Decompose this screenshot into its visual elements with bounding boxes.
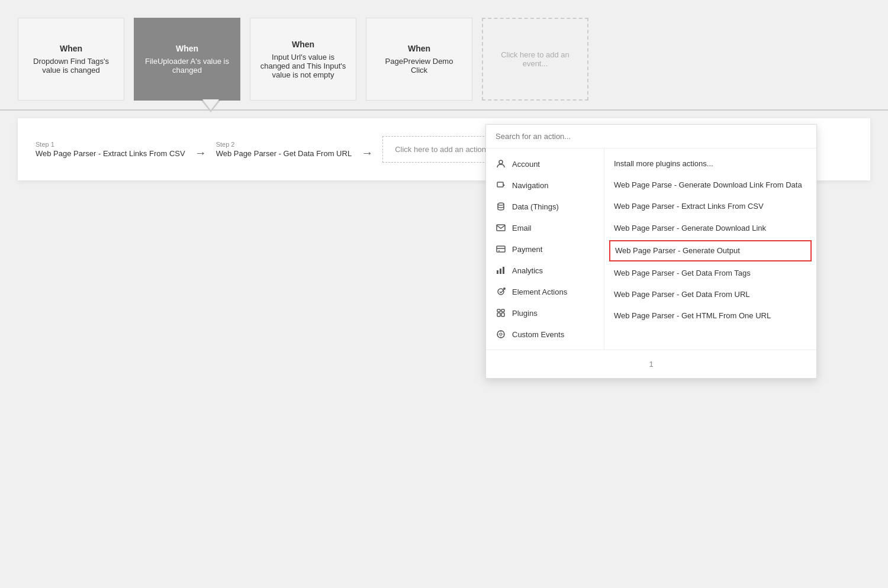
arrow-2: → [361,146,373,160]
event-title-3: When [260,40,346,49]
email-icon [496,222,506,233]
category-label-analytics: Analytics [512,266,543,275]
divider-triangle [201,101,220,112]
svg-point-0 [499,160,503,164]
event-desc-2: FileUploader A's value is changed [145,57,229,75]
action-dropdown-panel: Account Navigation [485,124,817,379]
action-item-6[interactable]: Web Page Parser - Get Data From Tags [604,263,816,284]
action-item-7[interactable]: Web Page Parser - Get Data From URL [604,284,816,305]
step-2-value: Web Page Parser - Get Data From URL [216,149,352,158]
svg-rect-9 [503,267,504,274]
category-item-analytics[interactable]: Analytics [486,260,604,281]
category-list: Account Navigation [486,148,604,350]
workflow-area: Step 1 Web Page Parser - Extract Links F… [18,118,870,180]
category-label-payment: Payment [512,245,542,254]
page-number: 1 [486,350,816,378]
svg-rect-3 [497,225,505,231]
svg-rect-7 [497,270,498,274]
divider-line [0,109,888,111]
category-item-payment[interactable]: Payment [486,238,604,260]
plugins-icon [496,308,506,318]
category-label-plugins: Plugins [512,309,538,318]
events-area: When Dropdown Find Tags's value is chang… [0,0,888,101]
category-item-data[interactable]: Data (Things) [486,196,604,217]
category-item-plugins[interactable]: Plugins [486,302,604,324]
analytics-icon [496,265,506,276]
event-desc-3: Input Url's value is changed and This In… [260,53,346,79]
event-title-2: When [144,44,230,53]
action-item-8[interactable]: Web Page Parser - Get HTML From One URL [604,305,816,327]
event-card-placeholder[interactable]: Click here to add an event... [482,18,588,101]
category-label-element-actions: Element Actions [512,287,567,296]
search-input[interactable] [496,132,807,141]
event-card-2[interactable]: When FileUploader A's value is changed [134,18,240,101]
svg-rect-15 [501,309,504,312]
category-label-navigation: Navigation [512,181,548,190]
action-label-6: Web Page Parser - Get Data From Tags [614,269,751,277]
event-card-1[interactable]: When Dropdown Find Tags's value is chang… [18,18,124,101]
svg-point-11 [503,287,506,290]
svg-rect-12 [497,313,500,316]
svg-rect-4 [497,246,505,252]
panel-body: Account Navigation [486,148,816,350]
actions-list: Install more plugins actions... Web Page… [604,148,816,350]
svg-point-17 [500,333,502,335]
category-label-email: Email [512,224,532,232]
svg-point-10 [498,289,504,295]
search-box[interactable] [486,125,816,148]
category-label-data: Data (Things) [512,202,559,211]
step-1-value: Web Page Parser - Extract Links From CSV [36,149,185,158]
svg-rect-8 [500,269,501,274]
action-label-4: Web Page Parser - Generate Download Link [614,224,766,232]
event-desc-4: PagePreview Demo Click [385,57,453,75]
add-action-label: Click here to add an action... [395,145,493,154]
arrow-1: → [195,146,207,160]
action-label-8: Web Page Parser - Get HTML From One URL [614,311,771,320]
step-2-label: Step 2 [216,141,352,148]
payment-icon [496,244,506,254]
action-item-1[interactable]: Install more plugins actions... [604,153,816,175]
svg-point-2 [498,203,504,205]
action-label-7: Web Page Parser - Get Data From URL [614,290,750,299]
svg-rect-1 [497,182,503,187]
event-card-3[interactable]: When Input Url's value is changed and Th… [250,18,356,101]
category-item-navigation[interactable]: Navigation [486,175,604,196]
category-item-email[interactable]: Email [486,217,604,238]
navigation-icon [496,180,506,190]
category-item-custom-events[interactable]: Custom Events [486,324,604,345]
event-placeholder-label: Click here to add an event... [493,50,578,68]
action-label-5: Web Page Parser - Generate Output [615,246,740,255]
event-title-4: When [376,44,462,53]
event-title-1: When [28,44,114,53]
step-1-label: Step 1 [36,141,185,148]
action-item-2[interactable]: Web Page Parse - Generate Download Link … [604,175,816,196]
step-2-block: Step 2 Web Page Parser - Get Data From U… [216,141,352,158]
action-label-2: Web Page Parse - Generate Download Link … [614,180,802,189]
action-label-3: Web Page Parser - Extract Links From CSV [614,202,764,211]
divider-area [0,101,888,118]
element-actions-icon [496,286,506,297]
category-label-custom-events: Custom Events [512,330,564,339]
data-icon [496,201,506,212]
person-icon [496,159,506,169]
category-item-element-actions[interactable]: Element Actions [486,281,604,302]
action-item-4[interactable]: Web Page Parser - Generate Download Link [604,218,816,239]
category-label-account: Account [512,160,540,169]
action-label-1: Install more plugins actions... [614,159,713,168]
action-item-5[interactable]: Web Page Parser - Generate Output [609,240,812,261]
category-item-account[interactable]: Account [486,153,604,175]
event-card-4[interactable]: When PagePreview Demo Click [366,18,472,101]
action-item-3[interactable]: Web Page Parser - Extract Links From CSV [604,196,816,217]
step-1-block: Step 1 Web Page Parser - Extract Links F… [36,141,185,158]
event-desc-1: Dropdown Find Tags's value is changed [33,57,109,75]
svg-rect-13 [501,313,504,316]
svg-rect-14 [497,309,500,312]
custom-events-icon [496,329,506,340]
